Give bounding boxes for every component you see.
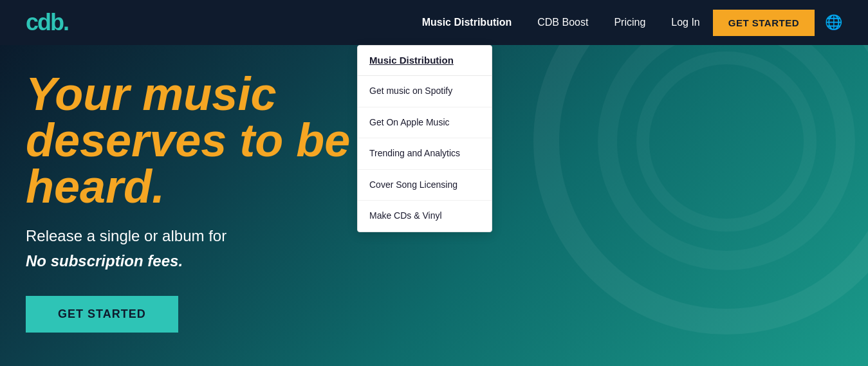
hero-title-line3: heard. xyxy=(26,161,165,212)
get-started-nav-button[interactable]: GET STARTED xyxy=(713,10,815,36)
globe-icon[interactable]: 🌐 xyxy=(825,14,842,31)
logo-text: cdb. xyxy=(26,9,68,36)
nav-pricing[interactable]: Pricing xyxy=(614,17,645,28)
nav-links: Music Distribution CDB Boost Pricing Log… xyxy=(422,17,700,28)
dropdown-header-text[interactable]: Music Distribution xyxy=(369,55,454,66)
hero-title-line2: deserves to be xyxy=(26,114,350,166)
dropdown-item-cds-vinyl[interactable]: Make CDs & Vinyl xyxy=(358,201,492,232)
nav-right: Music Distribution CDB Boost Pricing Log… xyxy=(422,10,842,36)
hero-title: Your music deserves to be heard. xyxy=(26,71,350,210)
hero-content: Your music deserves to be heard. Release… xyxy=(26,71,350,333)
dropdown-container: Music Distribution Get music on Spotify … xyxy=(357,45,492,232)
hero-cta-button[interactable]: GET STARTED xyxy=(26,296,178,333)
logo[interactable]: cdb. xyxy=(26,9,68,36)
hero-subtitle: Release a single or album for xyxy=(26,225,350,247)
dropdown-header: Music Distribution xyxy=(358,46,492,76)
nav-cdb-boost[interactable]: CDB Boost xyxy=(537,17,588,28)
nav-login[interactable]: Log In xyxy=(671,17,699,28)
dropdown-item-spotify[interactable]: Get music on Spotify xyxy=(358,76,492,107)
hero-title-line1: Your music xyxy=(26,68,276,120)
dropdown-item-cover-song[interactable]: Cover Song Licensing xyxy=(358,170,492,201)
nav-music-distribution[interactable]: Music Distribution xyxy=(422,17,512,28)
dropdown-item-trending[interactable]: Trending and Analytics xyxy=(358,138,492,170)
dropdown-menu: Music Distribution Get music on Spotify … xyxy=(357,45,492,232)
navbar: cdb. Music Distribution CDB Boost Pricin… xyxy=(0,0,868,45)
hero-subtitle-italic: No subscription fees. xyxy=(26,252,350,270)
dropdown-item-apple-music[interactable]: Get On Apple Music xyxy=(358,107,492,139)
